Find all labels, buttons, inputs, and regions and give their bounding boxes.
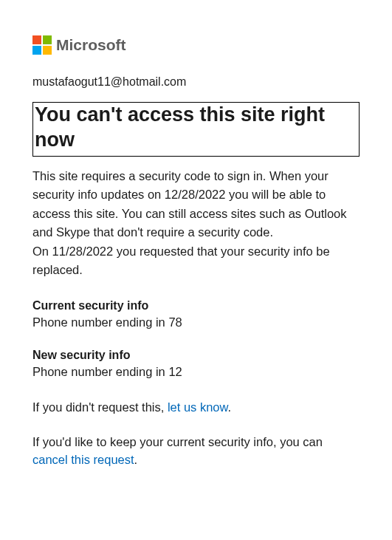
brand-header: Microsoft: [32, 35, 360, 55]
account-email: mustafaogut11@hotmail.com: [32, 75, 360, 89]
keep-current-text: If you'd like to keep your current secur…: [32, 433, 360, 470]
current-security-info-section: Current security info Phone number endin…: [32, 299, 360, 329]
not-requested-suffix: .: [228, 400, 232, 414]
current-info-value: Phone number ending in 78: [32, 315, 360, 329]
description-text: This site requires a security code to si…: [32, 167, 360, 280]
new-info-heading: New security info: [32, 349, 360, 362]
new-security-info-section: New security info Phone number ending in…: [32, 349, 360, 379]
error-title-box: You can't access this site right now: [32, 102, 360, 157]
page-title: You can't access this site right now: [35, 103, 357, 153]
microsoft-logo-icon: [32, 35, 52, 55]
keep-current-suffix: .: [134, 453, 138, 466]
current-info-heading: Current security info: [32, 299, 360, 312]
cancel-request-link[interactable]: cancel this request: [32, 453, 134, 466]
new-info-value: Phone number ending in 12: [32, 365, 360, 379]
not-requested-text: If you didn't request this, let us know.: [32, 398, 360, 417]
not-requested-prefix: If you didn't request this,: [32, 400, 168, 414]
keep-current-prefix: If you'd like to keep your current secur…: [32, 435, 323, 448]
let-us-know-link[interactable]: let us know: [168, 400, 228, 414]
brand-name: Microsoft: [56, 36, 126, 54]
